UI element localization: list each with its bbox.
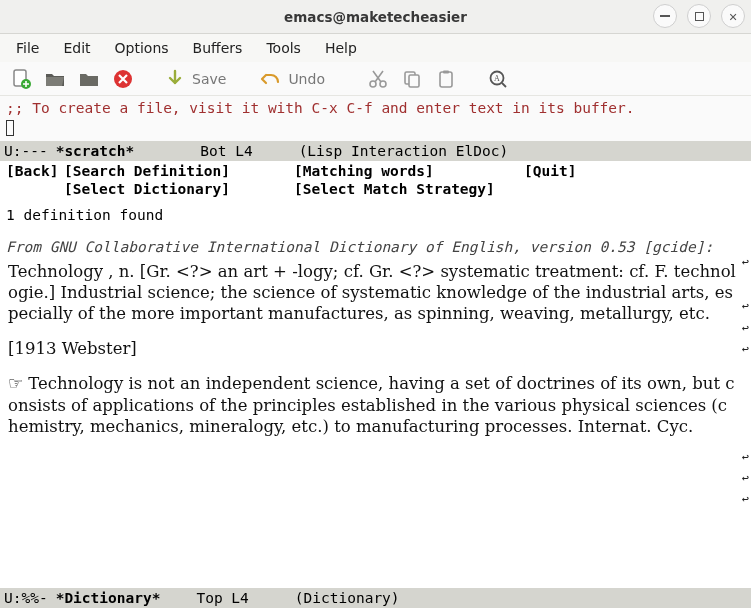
definition-text-1: Technology , n. [Gr. <?> an art + -logy;… — [8, 261, 737, 324]
modeline-mode: (Lisp Interaction ElDoc) — [299, 143, 509, 159]
svg-text:A: A — [494, 74, 500, 83]
save-arrow-icon[interactable] — [162, 66, 188, 92]
dictionary-buffer[interactable]: 1 definition found From GNU Collaborativ… — [0, 199, 751, 588]
tool-bar: Save Undo A — [0, 62, 751, 96]
svg-rect-8 — [443, 70, 449, 73]
copy-icon[interactable] — [399, 66, 425, 92]
close-circle-icon[interactable] — [110, 66, 136, 92]
dict-search[interactable]: [Search Definition] — [64, 163, 294, 179]
dict-quit[interactable]: [Quit] — [524, 163, 745, 179]
modeline2-left: U:%%- — [4, 590, 48, 606]
wrap-indicator-icon: ↩ — [742, 342, 749, 356]
modeline2-mode: (Dictionary) — [295, 590, 400, 606]
wrap-indicator-icon: ↩ — [742, 299, 749, 313]
definition-source: From GNU Collaborative International Dic… — [6, 239, 745, 255]
maximize-button[interactable] — [687, 4, 711, 28]
folder-icon[interactable] — [76, 66, 102, 92]
modeline-scratch[interactable]: U:--- *scratch* Bot L4 (Lisp Interaction… — [0, 141, 751, 161]
modeline-buffer: *scratch* — [56, 143, 135, 159]
menu-buffers[interactable]: Buffers — [183, 37, 253, 59]
close-button[interactable] — [721, 4, 745, 28]
modeline-dictionary[interactable]: U:%%- *Dictionary* Top L4 (Dictionary) — [0, 588, 751, 608]
dict-back[interactable]: [Back] — [6, 163, 64, 179]
wrap-indicator-icon: ↩ — [742, 321, 749, 335]
minimize-button[interactable] — [653, 4, 677, 28]
definition-count: 1 definition found — [6, 207, 745, 223]
window-controls — [653, 4, 745, 28]
save-label: Save — [192, 71, 226, 87]
svg-rect-6 — [409, 75, 419, 87]
wrap-indicator-icon: ↩ — [742, 492, 749, 506]
menu-options[interactable]: Options — [105, 37, 179, 59]
cursor — [6, 120, 14, 136]
dict-select-strat[interactable]: [Select Match Strategy] — [294, 181, 524, 197]
menu-edit[interactable]: Edit — [53, 37, 100, 59]
dict-match[interactable]: [Matching words] — [294, 163, 524, 179]
scissors-icon[interactable] — [365, 66, 391, 92]
dict-select-dict[interactable]: [Select Dictionary] — [64, 181, 294, 197]
dictionary-header: [Back] [Search Definition] [Matching wor… — [0, 161, 751, 199]
wrap-indicator-icon: ↩ — [742, 450, 749, 464]
new-file-icon[interactable] — [8, 66, 34, 92]
search-icon[interactable]: A — [485, 66, 511, 92]
modeline-left: U:--- — [4, 143, 48, 159]
window-title: emacs@maketecheasier — [0, 9, 751, 25]
title-bar: emacs@maketecheasier — [0, 0, 751, 34]
definition-text-2: ☞ Technology is not an independent scien… — [8, 373, 737, 436]
paste-icon[interactable] — [433, 66, 459, 92]
scratch-comment: ;; To create a file, visit it with C-x C… — [6, 100, 745, 116]
modeline2-buffer: *Dictionary* — [56, 590, 161, 606]
menu-tools[interactable]: Tools — [256, 37, 311, 59]
undo-label: Undo — [288, 71, 325, 87]
undo-icon[interactable] — [258, 66, 284, 92]
svg-rect-7 — [440, 72, 452, 87]
modeline-pos: Bot L4 — [200, 143, 252, 159]
menu-help[interactable]: Help — [315, 37, 367, 59]
open-folder-icon[interactable] — [42, 66, 68, 92]
scratch-buffer[interactable]: ;; To create a file, visit it with C-x C… — [0, 96, 751, 141]
menu-bar: File Edit Options Buffers Tools Help — [0, 34, 751, 62]
menu-file[interactable]: File — [6, 37, 49, 59]
wrap-indicator-icon: ↩ — [742, 471, 749, 485]
modeline2-pos: Top L4 — [196, 590, 248, 606]
wrap-indicator-icon: ↩ — [742, 255, 749, 269]
definition-ref: [1913 Webster] — [8, 338, 737, 359]
